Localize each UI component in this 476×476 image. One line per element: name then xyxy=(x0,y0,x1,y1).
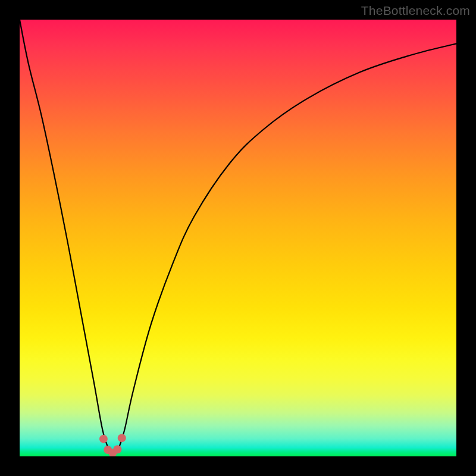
chart-frame: TheBottleneck.com xyxy=(0,0,476,476)
highlight-point xyxy=(99,435,108,443)
watermark-text: TheBottleneck.com xyxy=(361,4,470,18)
highlight-points-group xyxy=(99,434,126,456)
highlight-point xyxy=(113,445,121,453)
chart-svg xyxy=(20,20,456,456)
plot-area xyxy=(20,20,456,456)
highlight-point xyxy=(118,434,126,442)
bottleneck-curve xyxy=(20,20,456,454)
